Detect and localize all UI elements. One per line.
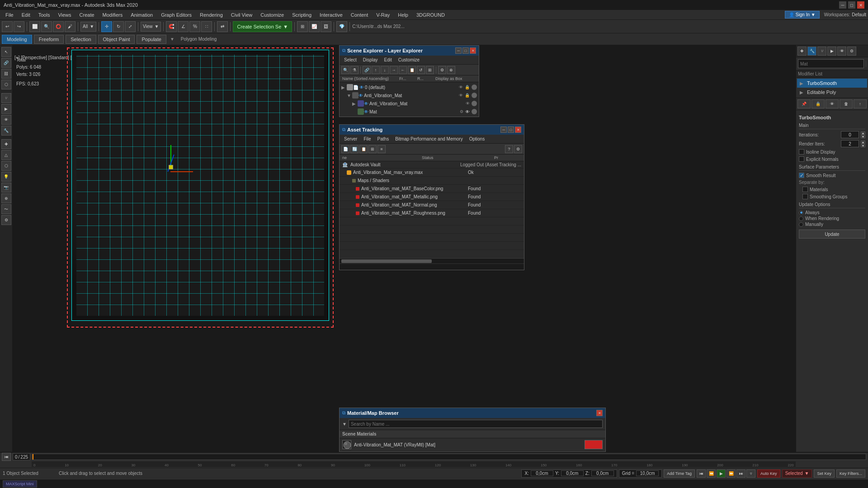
select-move-button[interactable]: ✛ xyxy=(101,21,112,32)
menu-animation[interactable]: Animation xyxy=(127,10,156,20)
scale-button[interactable]: ⤢ xyxy=(125,21,136,32)
extra-dropdown[interactable]: ▼ xyxy=(170,37,175,42)
tree-item-avmat-layer[interactable]: ▼ 👁 Anti_Vibration_Mat 👁 🔒 xyxy=(340,91,479,99)
mod-delete-btn[interactable]: 🗑 xyxy=(840,99,853,108)
scene-explorer-restore[interactable]: □ xyxy=(462,47,469,54)
se-filter-btn[interactable]: ⚗ xyxy=(350,66,359,74)
y-value[interactable]: 0,0cm xyxy=(561,470,584,476)
window-controls[interactable]: ─ □ ✕ xyxy=(839,1,864,9)
renderiters-up[interactable]: ▲ xyxy=(861,141,865,144)
rotate-button[interactable]: ↻ xyxy=(113,21,124,32)
material-search-input[interactable] xyxy=(349,420,603,428)
select-object-button[interactable]: ⬜ xyxy=(29,21,40,32)
menu-tools[interactable]: Tools xyxy=(35,10,54,20)
menu-3dground[interactable]: 3DGROUND xyxy=(413,10,448,20)
add-time-tag-btn[interactable]: Add Time Tag xyxy=(664,469,695,478)
ts-always-radio[interactable] xyxy=(799,211,803,215)
menu-modifiers[interactable]: Modifiers xyxy=(99,10,127,20)
tool-shapes[interactable]: ⬡ xyxy=(1,161,11,171)
at-scrollbar[interactable] xyxy=(340,258,524,263)
ts-iterations-value[interactable]: 0 xyxy=(841,131,859,138)
at-vault-row[interactable]: 🏦 Autodesk Vault Logged Out (Asset Track… xyxy=(340,161,524,169)
se-menu-customize[interactable]: Customize xyxy=(396,56,422,63)
angle-snap-button[interactable]: ∠ xyxy=(178,21,189,32)
mod-up-btn[interactable]: ↑ xyxy=(854,99,867,108)
at-options[interactable]: Options xyxy=(467,136,487,142)
ts-explicit-checkbox[interactable] xyxy=(799,156,804,162)
tool-link[interactable]: 🔗 xyxy=(1,58,11,68)
at-minimize[interactable]: ─ xyxy=(500,127,507,133)
tool-geometry[interactable]: △ xyxy=(1,150,11,160)
filter-dropdown[interactable]: All ▼ xyxy=(80,22,96,32)
menu-vray[interactable]: V-Ray xyxy=(373,10,393,20)
ts-whenrendering-radio[interactable] xyxy=(799,216,803,221)
render-button[interactable]: 🖼 xyxy=(321,21,331,32)
se-menu-select[interactable]: Select xyxy=(341,56,359,63)
snap-toggle-button[interactable]: 🧲 xyxy=(166,21,177,32)
ts-renderiters-value[interactable]: 2 xyxy=(841,140,859,147)
tree-item-avmat-obj[interactable]: ▶ 👁 Anti_Vibration_Mat 👁 xyxy=(340,99,479,108)
mod-lock-btn[interactable]: 🔒 xyxy=(811,99,825,108)
prev-frame-btn[interactable]: ⏮ xyxy=(2,453,11,461)
se-extra2-btn[interactable]: ⊕ xyxy=(447,66,455,74)
asset-tracking-panel[interactable]: ⧉ Asset Tracking ─ □ ✕ Server File Paths… xyxy=(339,124,524,270)
tab-modeling[interactable]: Modeling xyxy=(2,35,32,44)
mat-item-avmat[interactable]: Anti-Vibration_Mat_MAT (VRayMtl) [Mat] xyxy=(340,438,605,451)
iterations-down[interactable]: ▼ xyxy=(861,135,865,138)
at-restore[interactable]: □ xyxy=(508,127,514,133)
cmd-panel-display[interactable]: 👁 xyxy=(837,47,846,56)
goto-start-btn[interactable]: ⏮ xyxy=(697,469,706,478)
se-down-btn[interactable]: ↓ xyxy=(381,66,389,74)
at-maxfile-row[interactable]: Anti_Vibration_Mat_max_vray.max Ok xyxy=(340,169,524,177)
se-extra-btn[interactable]: ⚙ xyxy=(438,66,446,74)
at-btn2[interactable]: 🔄 xyxy=(350,145,359,153)
material-editor-button[interactable]: 💎 xyxy=(336,21,347,32)
menu-rendering[interactable]: Rendering xyxy=(196,10,226,20)
timeline-track[interactable] xyxy=(32,454,866,460)
at-server[interactable]: Server xyxy=(341,136,360,142)
tool-helpers[interactable]: ⊕ xyxy=(1,193,11,203)
menu-create[interactable]: Create xyxy=(76,10,98,20)
scene-explorer-panel[interactable]: ⧉ Scene Explorer - Layer Explorer ─ □ ✕ … xyxy=(339,45,479,117)
at-paths[interactable]: Paths xyxy=(375,136,392,142)
restore-button[interactable]: □ xyxy=(848,1,855,9)
at-normal-row[interactable]: Anti_Vibration_mat_MAT_Normal.png Found xyxy=(340,201,524,209)
menu-graph-editors[interactable]: Graph Editors xyxy=(157,10,195,20)
align-button[interactable]: ⊞ xyxy=(297,21,308,32)
se-layer-btn[interactable]: 📋 xyxy=(408,66,416,74)
lasso-select-button[interactable]: ⭕ xyxy=(53,21,64,32)
tool-create[interactable]: ✚ xyxy=(1,139,11,149)
tool-hierarchy[interactable]: ⑂ xyxy=(1,93,11,103)
spinner-snap-button[interactable]: ∷ xyxy=(201,21,212,32)
at-bitmap[interactable]: Bitmap Performance and Memory xyxy=(392,136,466,142)
close-button[interactable]: ✕ xyxy=(857,1,864,9)
modifier-search-input[interactable] xyxy=(798,59,864,68)
paint-select-button[interactable]: 🖌 xyxy=(65,21,75,32)
viewport-grid[interactable] xyxy=(71,50,329,321)
renderiters-down[interactable]: ▼ xyxy=(861,144,865,147)
transform-gizmo[interactable] xyxy=(167,154,185,172)
ts-isoline-checkbox[interactable] xyxy=(799,149,804,155)
menu-civil-view[interactable]: Civil View xyxy=(227,10,256,20)
at-maps-row[interactable]: Maps / Shaders xyxy=(340,177,524,185)
se-indent-btn[interactable]: → xyxy=(390,66,398,74)
scene-explorer-minimize[interactable]: ─ xyxy=(455,47,462,54)
frame-end[interactable]: 225 xyxy=(20,455,28,460)
cmd-panel-utils[interactable]: ⚙ xyxy=(847,47,856,56)
tool-unlink[interactable]: ⛓ xyxy=(1,69,11,79)
tool-lights[interactable]: 💡 xyxy=(1,172,11,182)
tool-bind[interactable]: ⬡ xyxy=(1,80,11,89)
tool-utilities[interactable]: 🔧 xyxy=(1,126,11,136)
auto-key-btn[interactable]: Auto Key xyxy=(757,469,780,478)
tab-freeform[interactable]: Freeform xyxy=(34,35,64,44)
cmd-panel-hierarchy[interactable]: ⑂ xyxy=(817,47,826,56)
mod-pin-btn[interactable]: 📌 xyxy=(797,99,811,108)
tool-systems[interactable]: ⚙ xyxy=(1,215,11,225)
tab-object-paint[interactable]: Object Paint xyxy=(98,35,135,44)
select-by-name-button[interactable]: 🔍 xyxy=(41,21,52,32)
cmd-panel-motion[interactable]: ▶ xyxy=(827,47,836,56)
grid-value[interactable]: 10,0cm xyxy=(636,470,659,476)
mirror-button[interactable]: ⇄ xyxy=(217,21,228,32)
at-btn1[interactable]: 📄 xyxy=(341,145,349,153)
se-menu-edit[interactable]: Edit xyxy=(382,56,395,63)
